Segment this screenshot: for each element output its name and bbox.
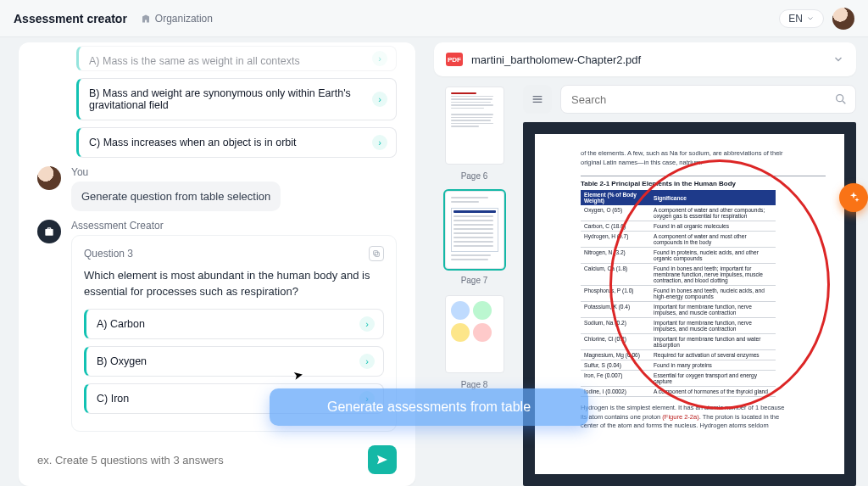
table-row[interactable]: Calcium, Ca (1.8)Found in bones and teet… xyxy=(581,264,776,286)
table-row[interactable]: Carbon, C (18.6)Found in all organic mol… xyxy=(581,221,776,232)
question-card: Question 3 Which element is most abundan… xyxy=(71,235,397,432)
table-row[interactable]: Hydrogen, H (9.7)A component of water an… xyxy=(581,232,776,248)
menu-icon xyxy=(531,92,544,106)
table-row[interactable]: Phosphorus, P (1.0)Found in bones and te… xyxy=(581,286,776,302)
chat-panel: A) Mass is the same as weight in all con… xyxy=(19,42,415,486)
briefcase-icon xyxy=(43,226,55,237)
sparkle-icon xyxy=(847,191,860,204)
sender-name: Assessment Creator xyxy=(71,220,397,232)
chevron-right-icon: › xyxy=(372,92,387,107)
search-icon xyxy=(834,92,848,106)
thumbnail-page-6[interactable] xyxy=(445,87,504,165)
ai-fab-button[interactable] xyxy=(839,183,868,212)
thumb-label: Page 8 xyxy=(434,380,515,389)
send-button[interactable] xyxy=(368,445,397,474)
user-avatar-small xyxy=(37,166,61,190)
answer-option-a[interactable]: A) Carbon › xyxy=(84,309,384,339)
org-switcher[interactable]: Organization xyxy=(141,13,213,25)
chevron-right-icon: › xyxy=(372,135,387,150)
table-row[interactable]: Nitrogen, N (3.2)Found in proteins, nucl… xyxy=(581,248,776,264)
answer-option-a-prev[interactable]: A) Mass is the same as weight in all con… xyxy=(76,46,397,71)
org-label: Organization xyxy=(155,13,213,25)
copy-icon xyxy=(372,249,381,258)
answer-option-b[interactable]: B) Oxygen › xyxy=(84,346,384,377)
table-row[interactable]: Iodine, I (0.0002)A component of hormone… xyxy=(581,387,776,397)
user-avatar[interactable] xyxy=(832,8,854,30)
doc-search-input[interactable] xyxy=(560,85,856,114)
sender-name: You xyxy=(71,166,397,178)
copy-button[interactable] xyxy=(369,246,384,261)
answer-option-c-prev[interactable]: C) Mass increases when an object is in o… xyxy=(76,127,397,158)
lang-code: EN xyxy=(788,13,803,25)
building-icon xyxy=(141,14,151,24)
language-switcher[interactable]: EN xyxy=(779,9,824,28)
view-menu-button[interactable] xyxy=(523,85,552,114)
table-row[interactable]: Potassium, K (0.4)Important for membrane… xyxy=(581,302,776,318)
table-row[interactable]: Sodium, Na (0.2)Important for membrane f… xyxy=(581,318,776,334)
chevron-right-icon: › xyxy=(359,354,375,369)
file-header[interactable]: PDF martini_bartholomew-Chapter2.pdf xyxy=(434,42,856,76)
file-name: martini_bartholomew-Chapter2.pdf xyxy=(471,53,641,66)
pdf-icon: PDF xyxy=(446,53,463,66)
table-row[interactable]: Magnesium, Mg (0.06)Required for activat… xyxy=(581,350,776,360)
chevron-right-icon: › xyxy=(359,391,375,406)
answer-option-c[interactable]: C) Iron › xyxy=(84,383,384,414)
table-row[interactable]: Sulfur, S (0.04)Found in many proteins xyxy=(581,360,776,371)
question-text: Which element is most abundant in the hu… xyxy=(84,268,384,300)
table-title: Table 2-1 Principal Elements in the Huma… xyxy=(581,176,826,187)
bot-avatar xyxy=(37,220,61,243)
user-message: Generate question from table selection xyxy=(71,182,281,211)
col-significance: Significance xyxy=(650,190,776,205)
thumb-label: Page 7 xyxy=(434,276,515,285)
thumbnail-page-8[interactable] xyxy=(445,295,504,373)
chat-input[interactable] xyxy=(37,454,359,466)
figure-link[interactable]: (Figure 2-2a) xyxy=(662,413,698,421)
pdf-page: of the elements. A few, such as Na for s… xyxy=(535,134,844,474)
table-row[interactable]: Oxygen, O (65)A component of water and o… xyxy=(581,205,776,221)
table-row[interactable]: Iron, Fe (0.007)Essential for oxygen tra… xyxy=(581,371,776,387)
svg-rect-1 xyxy=(374,251,378,255)
chevron-right-icon: › xyxy=(372,51,387,66)
table-row[interactable]: Chlorine, Cl (0.2)Important for membrane… xyxy=(581,334,776,350)
chevron-right-icon: › xyxy=(359,316,375,332)
elements-table[interactable]: Element (% of Body Weight) Significance … xyxy=(581,190,776,397)
svg-point-2 xyxy=(837,95,843,102)
page-thumbnails: Page 6 Page 7 xyxy=(434,85,515,486)
thumbnail-page-7[interactable] xyxy=(445,191,504,269)
thumb-label: Page 6 xyxy=(434,171,515,181)
chevron-down-icon xyxy=(832,53,844,65)
answer-option-b-prev[interactable]: B) Mass and weight are synonymous only w… xyxy=(76,78,397,120)
send-icon xyxy=(376,453,389,466)
pdf-viewer[interactable]: of the elements. A few, such as Na for s… xyxy=(523,122,856,486)
svg-rect-0 xyxy=(375,252,379,256)
app-header: Assessment creator Organization EN xyxy=(0,0,868,37)
page-title: Assessment creator xyxy=(14,12,127,25)
question-number: Question 3 xyxy=(84,248,133,260)
col-element: Element (% of Body Weight) xyxy=(581,190,650,205)
chevron-down-icon xyxy=(806,14,815,23)
